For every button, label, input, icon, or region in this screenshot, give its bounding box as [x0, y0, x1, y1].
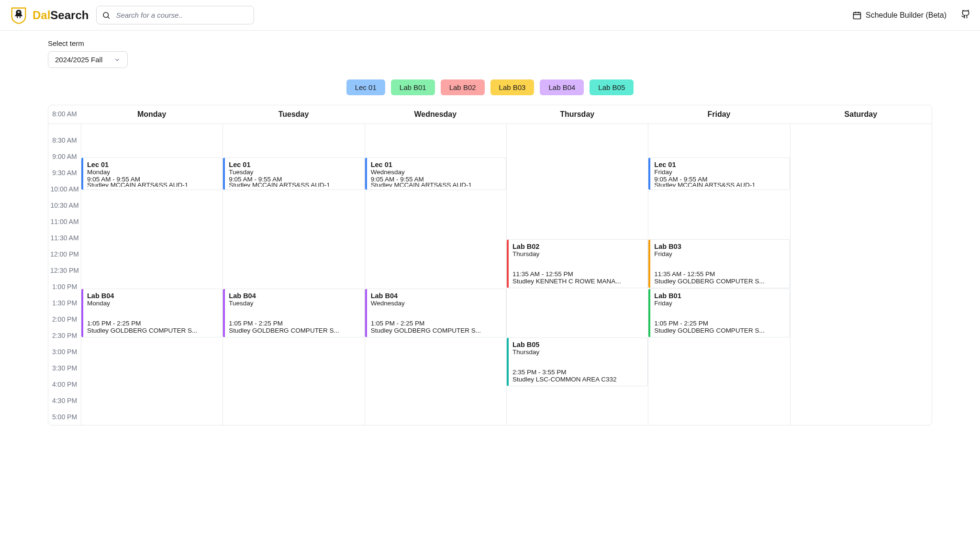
- event-location: Studley GOLDBERG COMPUTER S...: [371, 327, 502, 334]
- calendar-event[interactable]: Lab B03Friday11:35 AM - 12:55 PMStudley …: [648, 239, 790, 288]
- day-column: Lec 01Wednesday9:05 AM - 9:55 AMStudley …: [365, 124, 506, 425]
- event-location: Studley GOLDBERG COMPUTER S...: [654, 278, 785, 285]
- day-column: Lec 01Monday9:05 AM - 9:55 AMStudley MCC…: [81, 124, 223, 425]
- event-time: 1:05 PM - 2:25 PM: [371, 320, 502, 327]
- shield-icon: [10, 6, 28, 24]
- time-label: 11:30 AM: [48, 230, 81, 246]
- time-label: 4:30 PM: [48, 392, 81, 409]
- section-pill[interactable]: Lec 01: [346, 79, 385, 95]
- term-value: 2024/2025 Fall: [55, 56, 102, 64]
- calendar-event[interactable]: Lab B04Tuesday1:05 PM - 2:25 PMStudley G…: [223, 289, 364, 337]
- calendar-event[interactable]: Lec 01Wednesday9:05 AM - 9:55 AMStudley …: [365, 157, 506, 190]
- chevron-down-icon: [114, 56, 121, 63]
- event-location: Studley KENNETH C ROWE MANA...: [512, 278, 644, 285]
- section-pill[interactable]: Lab B03: [490, 79, 535, 95]
- event-title: Lec 01: [229, 161, 360, 168]
- event-day: Thursday: [512, 250, 644, 258]
- term-selector: Select term 2024/2025 Fall: [48, 39, 932, 68]
- calendar-event[interactable]: Lec 01Tuesday9:05 AM - 9:55 AMStudley MC…: [223, 157, 364, 190]
- event-time: 11:35 AM - 12:55 PM: [654, 270, 785, 278]
- time-label: 9:00 AM: [48, 148, 81, 165]
- calendar-event[interactable]: Lab B02Thursday11:35 AM - 12:55 PMStudle…: [507, 239, 648, 288]
- event-location: Studley MCCAIN ARTS&SS AUD-1: [654, 181, 785, 187]
- calendar-event[interactable]: Lab B04Wednesday1:05 PM - 2:25 PMStudley…: [365, 289, 506, 337]
- event-day: Monday: [87, 300, 218, 307]
- logo[interactable]: DalSearch: [10, 6, 89, 24]
- calendar-event[interactable]: Lab B04Monday1:05 PM - 2:25 PMStudley GO…: [81, 289, 223, 337]
- time-header: 8:00 AM: [48, 105, 81, 123]
- event-location: Studley GOLDBERG COMPUTER S...: [654, 327, 785, 334]
- event-time: 9:05 AM - 9:55 AM: [654, 176, 785, 181]
- section-pill[interactable]: Lab B02: [441, 79, 485, 95]
- search-wrap: [96, 6, 254, 24]
- section-pill[interactable]: Lab B04: [540, 79, 584, 95]
- section-pill[interactable]: Lab B05: [590, 79, 634, 95]
- term-select[interactable]: 2024/2025 Fall: [48, 51, 128, 68]
- event-title: Lab B02: [512, 243, 644, 250]
- day-column: Lab B02Thursday11:35 AM - 12:55 PMStudle…: [506, 124, 648, 425]
- event-title: Lab B04: [87, 292, 218, 300]
- time-label: 10:00 AM: [48, 181, 81, 197]
- time-label: 12:00 PM: [48, 246, 81, 262]
- calendar-body: 8:30 AM9:00 AM9:30 AM10:00 AM10:30 AM11:…: [48, 124, 932, 425]
- event-time: 11:35 AM - 12:55 PM: [512, 270, 644, 278]
- github-link[interactable]: [961, 10, 970, 21]
- event-day: Monday: [87, 168, 218, 176]
- calendar-event[interactable]: Lec 01Monday9:05 AM - 9:55 AMStudley MCC…: [81, 157, 223, 190]
- day-header: Friday: [648, 105, 790, 123]
- event-title: Lab B03: [654, 243, 785, 250]
- time-label: 9:30 AM: [48, 165, 81, 181]
- event-time: 2:35 PM - 3:55 PM: [512, 369, 644, 376]
- time-label: 8:30 AM: [48, 132, 81, 148]
- time-label: 1:30 PM: [48, 295, 81, 311]
- event-location: Studley GOLDBERG COMPUTER S...: [229, 327, 360, 334]
- day-column: [790, 124, 932, 425]
- event-location: Studley MCCAIN ARTS&SS AUD-1: [371, 181, 502, 187]
- event-day: Wednesday: [371, 168, 502, 176]
- event-title: Lec 01: [654, 161, 785, 168]
- grid-columns: Lec 01Monday9:05 AM - 9:55 AMStudley MCC…: [81, 124, 932, 425]
- schedule-builder-link[interactable]: Schedule Builder (Beta): [852, 11, 947, 20]
- time-label: 11:00 AM: [48, 213, 81, 230]
- time-label: 3:30 PM: [48, 360, 81, 376]
- event-day: Thursday: [512, 348, 644, 356]
- section-pills: Lec 01Lab B01Lab B02Lab B03Lab B04Lab B0…: [48, 79, 932, 95]
- time-label: 5:00 PM: [48, 409, 81, 425]
- event-day: Wednesday: [371, 300, 502, 307]
- time-label: 12:30 PM: [48, 262, 81, 279]
- event-location: Studley MCCAIN ARTS&SS AUD-1: [87, 181, 218, 187]
- time-label: 4:00 PM: [48, 376, 81, 392]
- header: DalSearch Schedule Builder (Beta): [0, 0, 980, 31]
- event-location: Studley LSC-COMMON AREA C332: [512, 376, 644, 383]
- section-pill[interactable]: Lab B01: [391, 79, 435, 95]
- time-column: 8:30 AM9:00 AM9:30 AM10:00 AM10:30 AM11:…: [48, 124, 81, 425]
- search-icon: [102, 11, 111, 20]
- event-title: Lab B04: [229, 292, 360, 300]
- event-title: Lec 01: [87, 161, 218, 168]
- event-title: Lab B01: [654, 292, 785, 300]
- github-icon: [961, 10, 970, 19]
- day-column: Lec 01Tuesday9:05 AM - 9:55 AMStudley MC…: [223, 124, 364, 425]
- schedule-builder-label: Schedule Builder (Beta): [866, 11, 947, 20]
- event-day: Friday: [654, 250, 785, 258]
- logo-text: DalSearch: [33, 9, 89, 22]
- event-time: 9:05 AM - 9:55 AM: [87, 176, 218, 181]
- time-label: 3:00 PM: [48, 344, 81, 360]
- time-label: 2:00 PM: [48, 311, 81, 327]
- calendar-event[interactable]: Lab B01Friday1:05 PM - 2:25 PMStudley GO…: [648, 289, 790, 337]
- day-header: Wednesday: [365, 105, 506, 123]
- event-day: Tuesday: [229, 168, 360, 176]
- event-title: Lab B05: [512, 341, 644, 348]
- event-time: 1:05 PM - 2:25 PM: [229, 320, 360, 327]
- calendar: 8:00 AM MondayTuesdayWednesdayThursdayFr…: [48, 105, 932, 426]
- calendar-event[interactable]: Lab B05Thursday2:35 PM - 3:55 PMStudley …: [507, 337, 648, 386]
- calendar-header: 8:00 AM MondayTuesdayWednesdayThursdayFr…: [48, 105, 932, 124]
- calendar-icon: [852, 11, 862, 20]
- search-input[interactable]: [96, 6, 254, 24]
- event-time: 9:05 AM - 9:55 AM: [229, 176, 360, 181]
- time-label: 2:30 PM: [48, 327, 81, 344]
- event-time: 9:05 AM - 9:55 AM: [371, 176, 502, 181]
- event-title: Lab B04: [371, 292, 502, 300]
- event-title: Lec 01: [371, 161, 502, 168]
- calendar-event[interactable]: Lec 01Friday9:05 AM - 9:55 AMStudley MCC…: [648, 157, 790, 190]
